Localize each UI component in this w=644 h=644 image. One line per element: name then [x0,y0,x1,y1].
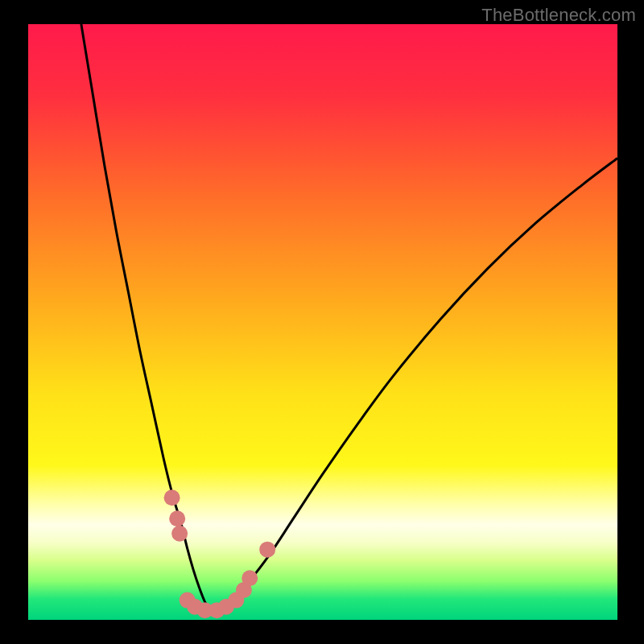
plot-background [28,24,617,620]
data-point [242,570,258,586]
data-point [259,542,275,558]
chart-frame: TheBottleneck.com [0,0,644,644]
data-point [169,510,185,526]
watermark-text: TheBottleneck.com [481,5,636,26]
data-point [171,526,188,542]
bottleneck-curve-chart [0,0,644,644]
data-point [164,489,180,506]
